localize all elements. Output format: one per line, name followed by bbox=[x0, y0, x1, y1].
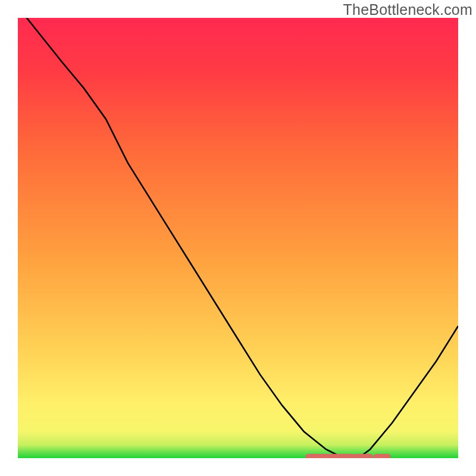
plot-area bbox=[18, 18, 458, 458]
watermark-text: TheBottleneck.com bbox=[343, 1, 472, 18]
chart-container: TheBottleneck.com bbox=[0, 0, 476, 476]
gradient-background bbox=[18, 18, 458, 458]
chart-svg bbox=[18, 18, 458, 458]
